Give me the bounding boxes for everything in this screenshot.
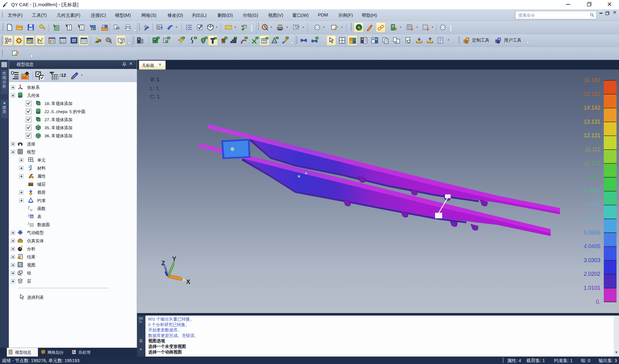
svg-text:C: 1: C: 1 [150, 94, 160, 100]
svg-text:xy: xy [30, 208, 33, 211]
svg-text:12.121: 12.121 [584, 132, 600, 139]
svg-text:G: G [29, 166, 30, 169]
svg-text:9.091: 9.091 [587, 174, 600, 180]
svg-text:15.152: 15.152 [584, 91, 600, 97]
svg-text:10.101: 10.101 [584, 160, 600, 166]
svg-text:8.0808: 8.0808 [584, 188, 600, 194]
svg-text:7.0707: 7.0707 [584, 202, 600, 208]
svg-text:3.0303: 3.0303 [584, 257, 600, 263]
svg-text:Z: Z [161, 260, 165, 266]
svg-text:6.0607: 6.0607 [584, 216, 600, 222]
svg-text:14.142: 14.142 [584, 105, 600, 111]
svg-text:f: f [28, 213, 30, 217]
svg-text:L: 1: L: 1 [150, 85, 159, 91]
svg-text:f: f [28, 221, 30, 225]
svg-text:X: X [186, 278, 190, 285]
svg-text:2.0202: 2.0202 [584, 271, 600, 277]
svg-text:13.131: 13.131 [584, 119, 600, 125]
svg-text:4.0405: 4.0405 [584, 243, 600, 249]
svg-text:f: f [28, 205, 30, 210]
svg-text:16.162: 16.162 [584, 77, 600, 83]
svg-text:Y: Y [172, 255, 177, 262]
svg-text:0.: 0. [596, 299, 600, 305]
svg-text:11.111: 11.111 [585, 146, 600, 152]
svg-text:V: 1: V: 1 [150, 77, 159, 83]
svg-text:1.0101: 1.0101 [584, 285, 600, 291]
svg-text:5.0506: 5.0506 [584, 230, 600, 236]
